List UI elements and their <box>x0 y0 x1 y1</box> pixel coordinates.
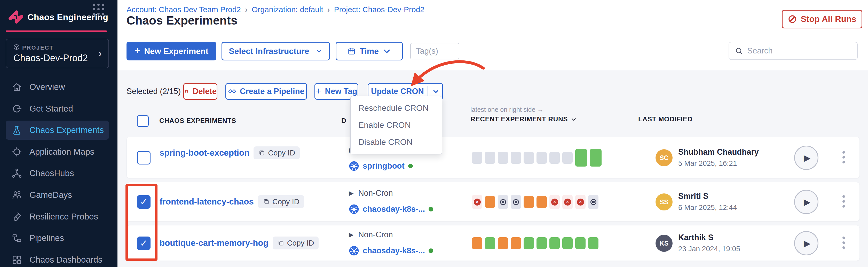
run-status-failed[interactable]: ✕ <box>575 195 586 209</box>
menu-item-disable-cron[interactable]: Disable CRON <box>351 134 442 151</box>
row-checkbox[interactable] <box>137 237 151 250</box>
run-status-green[interactable] <box>549 237 560 249</box>
copy-id-button[interactable]: Copy ID <box>253 146 300 159</box>
infrastructure-link[interactable]: chaosday-k8s-... <box>363 246 425 256</box>
infrastructure-link[interactable]: chaosday-k8s-... <box>363 205 425 214</box>
pipeline-icon <box>228 87 236 95</box>
tags-input-field[interactable] <box>416 47 459 56</box>
sidebar-item-chaoshubs[interactable]: ChaosHubs <box>6 164 109 183</box>
schedule-type[interactable]: ▶ Non-Cron <box>349 188 393 198</box>
select-all-checkbox[interactable] <box>137 115 149 127</box>
row-checkbox[interactable] <box>137 151 151 165</box>
run-status-orange[interactable] <box>498 237 508 249</box>
project-selector[interactable]: PROJECT Chaos-Dev-Prod2 › <box>6 39 109 68</box>
tags-filter-input[interactable] <box>410 43 459 59</box>
run-experiment-button[interactable]: ▶ <box>794 190 818 214</box>
selected-count: Selected (2/15) <box>126 87 181 96</box>
run-status-gray[interactable] <box>524 152 534 164</box>
run-status-gray[interactable] <box>536 152 547 164</box>
run-experiment-button[interactable]: ▶ <box>794 146 818 170</box>
run-status-green[interactable] <box>485 237 495 249</box>
sidebar-item-label: ChaosHubs <box>29 168 74 178</box>
breadcrumb-org-link[interactable]: Organization: default <box>252 5 323 14</box>
row-menu-button[interactable] <box>841 235 846 250</box>
run-status-green[interactable] <box>562 237 572 249</box>
select-infrastructure-dropdown[interactable]: Select Infrastructure <box>221 42 330 60</box>
stop-all-runs-button[interactable]: Stop All Runs <box>782 10 862 28</box>
play-icon: ▶ <box>804 153 810 163</box>
breadcrumb-account-link[interactable]: Account: Chaos Dev Team Prod2 <box>126 5 241 14</box>
run-status-green[interactable] <box>536 237 547 249</box>
run-status-gray[interactable] <box>511 152 521 164</box>
create-pipeline-button[interactable]: Create a Pipeline <box>225 83 307 100</box>
run-status-gray[interactable] <box>485 152 495 164</box>
run-status-green[interactable] <box>524 237 534 249</box>
run-status-orange[interactable] <box>524 196 534 208</box>
run-status-green-lg[interactable] <box>575 149 587 167</box>
chevron-down-icon[interactable] <box>432 88 440 95</box>
run-status-failed[interactable]: ✕ <box>549 195 560 209</box>
sidebar-item-label: Pipelines <box>29 233 64 243</box>
run-status-green[interactable] <box>575 237 586 249</box>
new-experiment-button[interactable]: + New Experiment <box>126 42 216 60</box>
menu-item-reschedule-cron[interactable]: Reschedule CRON <box>351 99 442 116</box>
experiment-name-link[interactable]: spring-boot-exception <box>160 148 249 158</box>
recent-runs-strip <box>472 226 598 261</box>
run-status-gray[interactable] <box>472 152 482 164</box>
run-status-orange[interactable] <box>536 196 547 208</box>
time-filter-dropdown[interactable]: Time <box>336 42 403 60</box>
sidebar-item-application-maps[interactable]: Application Maps <box>6 142 109 161</box>
column-header-recent-runs[interactable]: RECENT EXPERIMENT RUNS <box>470 115 577 123</box>
sidebar-item-overview[interactable]: Overview <box>6 78 109 96</box>
menu-item-enable-cron[interactable]: Enable CRON <box>351 116 442 134</box>
experiment-name-link[interactable]: frontend-latency-chaos <box>160 197 254 207</box>
run-status-failed[interactable]: ✕ <box>472 195 482 209</box>
project-cube-icon <box>13 43 20 51</box>
copy-id-button[interactable]: Copy ID <box>258 195 304 208</box>
sidebar-item-pipelines[interactable]: Pipelines <box>6 229 109 248</box>
app-switcher-icon[interactable] <box>93 4 105 16</box>
sidebar-item-gamedays[interactable]: GameDays <box>6 185 109 205</box>
search-input-field[interactable] <box>747 46 857 56</box>
breadcrumb-project-link[interactable]: Project: Chaos-Dev-Prod2 <box>334 5 425 14</box>
run-status-failed[interactable]: ✕ <box>562 195 572 209</box>
copy-id-button[interactable]: Copy ID <box>273 237 319 249</box>
sidebar-item-resilience-probes[interactable]: Resilience Probes <box>6 207 109 226</box>
run-status-orange[interactable] <box>472 237 482 249</box>
run-status-stopped[interactable] <box>588 195 598 209</box>
run-status-orange[interactable] <box>511 237 521 249</box>
run-experiment-button[interactable]: ▶ <box>794 231 818 256</box>
column-header-details-partial: D <box>341 117 346 125</box>
row-menu-button[interactable] <box>841 149 846 165</box>
runs-order-note: latest one on right side → <box>470 106 544 113</box>
row-checkbox[interactable] <box>137 195 151 209</box>
chevron-right-icon: › <box>98 48 102 59</box>
run-status-stopped[interactable] <box>498 195 508 209</box>
expand-caret-icon[interactable]: ▶ <box>349 189 353 197</box>
modified-by-name: Karthik S <box>678 233 713 242</box>
run-status-gray[interactable] <box>498 152 508 164</box>
copy-icon <box>262 198 270 205</box>
plus-icon: + <box>134 45 141 57</box>
infrastructure-link-row: chaosday-k8s-... <box>349 245 433 256</box>
run-status-gray[interactable] <box>549 152 560 164</box>
run-status-green-lg[interactable] <box>590 149 601 167</box>
copy-icon <box>258 149 266 156</box>
column-header-experiments[interactable]: CHAOS EXPERIMENTS <box>159 117 236 125</box>
sidebar-item-chaos-dashboards[interactable]: Chaos Dashboards <box>6 250 109 267</box>
stopped-run-icon <box>590 199 596 205</box>
schedule-type[interactable]: ▶ Non-Cron <box>349 230 393 239</box>
row-menu-button[interactable] <box>841 194 846 209</box>
run-status-gray[interactable] <box>562 152 572 164</box>
run-status-orange[interactable] <box>485 196 495 208</box>
run-status-stopped[interactable] <box>511 195 521 209</box>
infrastructure-link[interactable]: springboot <box>363 161 405 171</box>
run-status-green[interactable] <box>588 237 598 249</box>
expand-caret-icon[interactable]: ▶ <box>349 231 353 238</box>
sidebar-item-label: Overview <box>29 82 65 92</box>
experiment-name-link[interactable]: boutique-cart-memory-hog <box>160 238 269 248</box>
search-input[interactable] <box>728 42 858 60</box>
sidebar-item-chaos-experiments[interactable]: Chaos Experiments <box>6 121 109 140</box>
sidebar-item-get-started[interactable]: Get Started <box>6 99 109 118</box>
delete-button[interactable]: Delete <box>183 83 217 100</box>
